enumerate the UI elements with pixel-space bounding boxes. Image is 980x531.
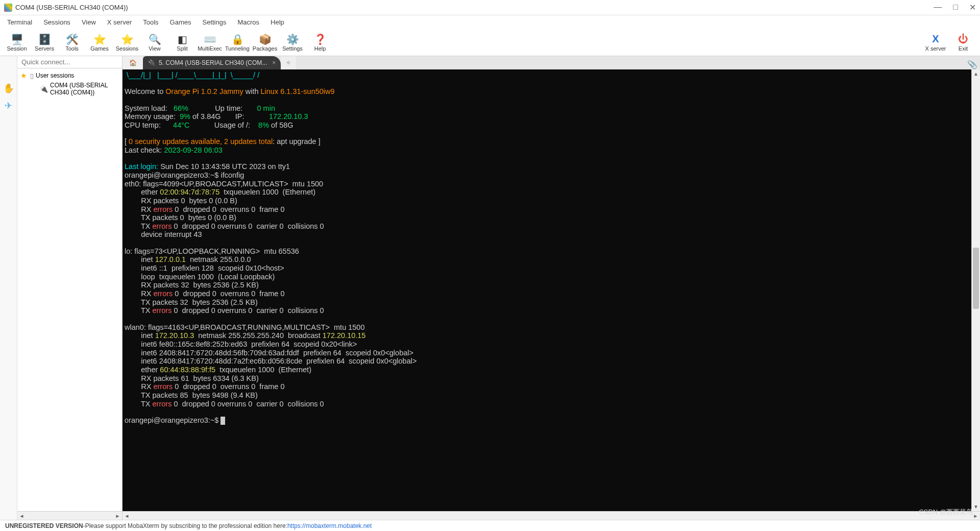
label: Exit	[959, 45, 968, 52]
minimize-button[interactable]: —	[934, 3, 942, 12]
tree-label: COM4 (USB-SERIAL CH340 (COM4))	[50, 82, 119, 96]
add-tab-icon: ✧	[286, 59, 291, 66]
wlan-head: wlan0: flags=4163<UP,BROADCAST,RUNNING,M…	[125, 323, 365, 331]
label: View	[149, 45, 161, 52]
sidebar-hscrollbar[interactable]: ◄ ►	[17, 511, 122, 520]
tree-label: User sessions	[36, 72, 74, 79]
wlan-inet6c: inet6 2408:8417:6720:48dd:7a2f:ec6b:d056…	[125, 357, 416, 365]
lo-inet6: inet6 ::1 prefixlen 128 scopeid 0x10<hos…	[125, 264, 284, 272]
label: Sessions	[116, 45, 139, 52]
menu-terminal[interactable]: Terminal	[2, 16, 37, 28]
lastlogin-line: Last login: Sun Dec 10 13:43:58 UTC 2023…	[125, 162, 290, 171]
label: Split	[177, 45, 187, 52]
tree-session-com4[interactable]: 🔌 COM4 (USB-SERIAL CH340 (COM4))	[17, 81, 122, 97]
label: Tunneling	[225, 45, 250, 52]
lo-tx1: TX packets 32 bytes 2536 (2.5 KB)	[125, 298, 258, 306]
menu-view[interactable]: View	[77, 16, 101, 28]
toolbar-settings[interactable]: ⚙️Settings	[279, 30, 306, 55]
terminal-vscrollbar[interactable]: ▲ ▼	[971, 69, 980, 511]
label: Session	[7, 45, 27, 52]
scrollbar-thumb[interactable]	[973, 248, 979, 309]
eth0-rx1: RX packets 0 bytes 0 (0.0 B)	[125, 197, 237, 205]
toolbar-help[interactable]: ❓Help	[306, 30, 334, 55]
terminal-hscrollbar[interactable]: ◄ ►	[122, 511, 980, 520]
terminal[interactable]: \___/|_| |___| /____\____|_|_| \_____/ /…	[122, 69, 971, 511]
tunneling-icon: 🔒	[231, 33, 244, 45]
toolbar-view[interactable]: 🔍View	[141, 30, 168, 55]
tab-new[interactable]: ✧	[281, 56, 296, 69]
wlan-inet: inet 172.20.10.3 netmask 255.255.255.240…	[125, 331, 365, 340]
welcome-line: Welcome to Orange Pi 1.0.2 Jammy with Li…	[125, 87, 335, 95]
wlan-tx1: TX packets 85 bytes 9498 (9.4 KB)	[125, 391, 258, 399]
toolbar-servers[interactable]: 🗄️Servers	[31, 30, 58, 55]
scroll-left-icon[interactable]: ◄	[17, 513, 26, 519]
quick-connect-input[interactable]	[17, 56, 122, 68]
menu-sessions[interactable]: Sessions	[38, 16, 76, 28]
menu-help[interactable]: Help	[265, 16, 289, 28]
xserver-icon: X	[932, 33, 939, 45]
sessions-icon: ⭐	[121, 33, 134, 45]
toolbar-exit[interactable]: ⏻Exit	[949, 30, 977, 55]
eth0-head: eth0: flags=4099<UP,BROADCAST,MULTICAST>…	[125, 180, 323, 188]
scroll-left-icon[interactable]: ◄	[122, 513, 131, 519]
paperclip-icon[interactable]: 📎	[965, 60, 980, 69]
menu-settings[interactable]: Settings	[198, 16, 232, 28]
scroll-down-icon[interactable]: ▼	[972, 502, 980, 511]
close-button[interactable]: ✕	[969, 3, 976, 12]
wlan-inet6b: inet6 2408:8417:6720:48dd:56fb:709d:63ad…	[125, 349, 413, 357]
eth0-int: device interrupt 43	[125, 230, 202, 238]
eth0-tx1: TX packets 0 bytes 0 (0.0 B)	[125, 213, 236, 222]
session-tree: ★ ▯ User sessions 🔌 COM4 (USB-SERIAL CH3…	[17, 68, 122, 99]
send-tab-icon[interactable]: ✈	[2, 99, 15, 112]
folder-icon: ▯	[30, 72, 34, 80]
wlan-rx2: RX errors 0 dropped 0 overruns 0 frame 0	[125, 382, 285, 391]
label: MultiExec	[198, 45, 222, 52]
window-title: COM4 (USB-SERIAL CH340 (COM4))	[15, 4, 128, 11]
maximize-button[interactable]: □	[953, 3, 958, 12]
toolbar-multiexec[interactable]: ⌨️MultiExec	[196, 30, 224, 55]
toolbar-xserver[interactable]: XX server	[922, 30, 949, 55]
menu-macros[interactable]: Macros	[232, 16, 264, 28]
toolbar-tunneling[interactable]: 🔒Tunneling	[224, 30, 251, 55]
status-text: Please support MobaXterm by subscribing …	[85, 522, 287, 529]
tab-home[interactable]: 🏠	[122, 56, 143, 69]
tab-label: 5. COM4 (USB-SERIAL CH340 (COM...	[159, 59, 267, 66]
menubar: Terminal Sessions View X server Tools Ga…	[0, 15, 980, 29]
tree-user-sessions[interactable]: ★ ▯ User sessions	[17, 70, 122, 81]
session-icon: 🖥️	[11, 33, 23, 45]
label: Settings	[282, 45, 303, 52]
scroll-right-icon[interactable]: ►	[113, 513, 122, 519]
exit-icon: ⏻	[958, 33, 968, 45]
sftp-tab-icon[interactable]: ✋	[2, 82, 15, 95]
toolbar-split[interactable]: ◧Split	[168, 30, 196, 55]
menu-games[interactable]: Games	[165, 16, 197, 28]
toolbar-packages[interactable]: 📦Packages	[251, 30, 279, 55]
menu-tools[interactable]: Tools	[138, 16, 163, 28]
toolbar-tools[interactable]: 🛠️Tools	[58, 30, 86, 55]
label: Help	[314, 45, 326, 52]
status-link[interactable]: https://mobaxterm.mobatek.net	[287, 522, 372, 529]
scroll-up-icon[interactable]: ▲	[972, 69, 980, 78]
toolbar-games[interactable]: ⭐Games	[86, 30, 113, 55]
lo-rx1: RX packets 32 bytes 2536 (2.5 KB)	[125, 281, 259, 289]
menu-xserver[interactable]: X server	[102, 16, 137, 28]
eth0-mac: ether 02:00:94:7d:78:75 txqueuelen 1000 …	[125, 188, 315, 196]
updates-line: [ 0 security updates available, 2 update…	[125, 137, 321, 146]
app-icon	[4, 4, 12, 12]
tab-close-icon[interactable]: ×	[272, 59, 276, 66]
toolbar-sessions[interactable]: ⭐Sessions	[113, 30, 141, 55]
tab-com4[interactable]: 🔌 5. COM4 (USB-SERIAL CH340 (COM... ×	[143, 56, 281, 69]
scroll-right-icon[interactable]: ►	[971, 513, 980, 519]
wlan-tx2: TX errors 0 dropped 0 overruns 0 carrier…	[125, 400, 324, 408]
home-icon: 🏠	[129, 59, 137, 66]
wlan-mac: ether 60:44:83:88:9f:f5 txqueuelen 1000 …	[125, 366, 311, 374]
cputemp-line: CPU temp: 44°C Usage of /: 8% of 58G	[125, 121, 293, 129]
label: Packages	[253, 45, 277, 52]
label: Tools	[65, 45, 79, 52]
games-icon: ⭐	[93, 33, 106, 45]
sidebar: ✋ ✈ ★ ▯ User sessions 🔌 COM4 (USB-SERIAL…	[0, 56, 122, 520]
sidebar-tabs: ✋ ✈	[0, 56, 17, 520]
lo-loop: loop txqueuelen 1000 (Local Loopback)	[125, 273, 275, 281]
toolbar-session[interactable]: 🖥️Session	[3, 30, 31, 55]
view-icon: 🔍	[149, 33, 161, 45]
